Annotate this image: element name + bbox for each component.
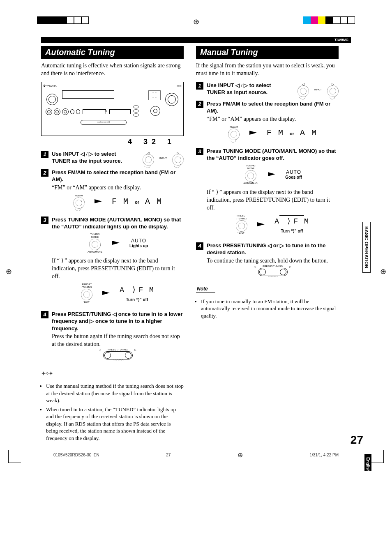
tri-icons: ◁ / ▷ bbox=[235, 82, 248, 88]
footer-center: 27 bbox=[166, 453, 171, 457]
input-label: INPUT bbox=[314, 88, 322, 91]
callout-4: 4 bbox=[128, 138, 132, 146]
t: Press PRESET/TUNING bbox=[207, 242, 267, 249]
disp-colon: ⟩ bbox=[287, 216, 292, 226]
auto-step-3: 3 Press TUNING MODE (AUTO/MAN'L MONO) so… bbox=[41, 216, 184, 307]
input-right-icon bbox=[327, 85, 339, 97]
step-subtext: If “ ⟩ ” appears on the display next to … bbox=[52, 257, 184, 281]
automatic-title: Automatic Tuning bbox=[41, 46, 184, 59]
step-number-icon: 1 bbox=[196, 82, 203, 90]
preset-label: PRESET/TUNING bbox=[108, 348, 128, 351]
cap: ” off bbox=[140, 297, 148, 302]
automatic-tuning-section: Automatic Tuning Automatic tuning is eff… bbox=[41, 44, 184, 447]
lbl: PRESET bbox=[82, 283, 92, 286]
auto-step-2: 2 Press FM/AM to select the reception ba… bbox=[41, 169, 184, 213]
step-number-icon: 2 bbox=[196, 101, 203, 108]
input-left-icon bbox=[143, 154, 154, 166]
cap: Turn “ bbox=[126, 297, 138, 302]
section-tag: TUNING bbox=[334, 37, 349, 43]
disp-band: F M bbox=[138, 286, 154, 294]
tri-right-icon: ▷ bbox=[280, 242, 284, 249]
step-subtext: To continue the tuning search, hold down… bbox=[207, 257, 339, 265]
tip-item: When tuned in to a station, the “TUNED” … bbox=[46, 406, 184, 442]
tip-icon bbox=[41, 371, 52, 377]
auto-indicator-text: AUTO bbox=[129, 238, 148, 244]
arrow-right-icon bbox=[95, 199, 102, 203]
lbl: TUNING bbox=[246, 164, 256, 167]
side-tab-basic-operation: BASIC OPERATION bbox=[362, 222, 371, 273]
disp-a: A bbox=[120, 286, 125, 294]
tips-section: Use the manual tuning method if the tuni… bbox=[41, 370, 184, 442]
reg-right-swatches bbox=[303, 16, 355, 24]
receiver-illustration: ⦿ YAMAHA▭▭ bbox=[41, 82, 184, 136]
manual-intro: If the signal from the station you want … bbox=[196, 62, 339, 78]
cap: Turn “ bbox=[281, 229, 293, 233]
cap: ” off bbox=[295, 229, 303, 233]
disp-a: A bbox=[274, 217, 280, 226]
lbl: /TUNING bbox=[82, 286, 92, 288]
callout-1: 1 bbox=[167, 138, 171, 146]
lbl: TUNING bbox=[90, 233, 99, 235]
seg-am: A M bbox=[300, 128, 317, 138]
goes-off-caption: Goes off bbox=[285, 175, 302, 180]
manual-tuning-section: Manual Tuning If the signal from the sta… bbox=[196, 44, 351, 447]
crop-mark-icon bbox=[8, 450, 21, 463]
step-number-icon: 1 bbox=[41, 151, 48, 158]
arrow-right-icon bbox=[268, 172, 275, 176]
callout-3: 3 bbox=[143, 138, 148, 146]
crosshair-icon: ⊕ bbox=[6, 267, 12, 276]
man-step-3: 3 Press TUNING MODE (AUTO/MAN'L MONO) so… bbox=[196, 147, 339, 239]
tri-left-icon: ◁ bbox=[113, 311, 117, 317]
page-number: 27 bbox=[350, 433, 363, 447]
man-step-1: 1 Use INPUT ◁ / ▷ to select TUNER as inp… bbox=[196, 82, 339, 97]
crosshair-icon: ⊕ bbox=[238, 451, 243, 459]
seg-fm: F M bbox=[112, 197, 129, 206]
fmam-button-icon bbox=[73, 197, 85, 209]
crop-mark-icon bbox=[371, 450, 384, 463]
step-number-icon: 2 bbox=[41, 169, 48, 177]
crosshair-icon: ⊕ bbox=[380, 267, 386, 276]
preset-edit-icon bbox=[81, 289, 92, 300]
preset-edit-icon bbox=[236, 220, 247, 232]
fmam-label: FM/AM bbox=[75, 194, 83, 197]
t: Use INPUT bbox=[207, 82, 235, 88]
arrow-right-icon bbox=[102, 291, 110, 295]
seg-or: or bbox=[290, 131, 294, 136]
tri-left-icon: ◁ bbox=[267, 242, 272, 249]
footer: 0105V520RDS26-30_EN 27 ⊕ 1/31/1, 4:22 PM bbox=[21, 447, 371, 459]
input-buttons-figure: ◁ INPUT ▷ bbox=[143, 150, 184, 166]
arrow-right-icon bbox=[257, 222, 265, 226]
tip-item: Use the manual tuning method if the tuni… bbox=[46, 382, 184, 404]
tuning-mode-icon bbox=[245, 170, 256, 182]
preset-tuning-figure: ◁ PRESET/TUNING ▷ ﹋﹋﹋ bbox=[207, 265, 339, 281]
preset-label: PRESET/TUNING bbox=[263, 265, 283, 267]
side-tab-english: English bbox=[364, 454, 371, 471]
step-heading: Press FM/AM to select the reception band… bbox=[207, 100, 339, 115]
lbl: MODE bbox=[247, 167, 254, 170]
callout-2: 2 bbox=[152, 138, 156, 146]
step-number-icon: 3 bbox=[41, 216, 48, 224]
auto-step-4: 4 Press PRESET/TUNING ◁ once to tune in … bbox=[41, 311, 184, 364]
lbl: MODE bbox=[91, 236, 99, 238]
input-right-icon bbox=[172, 154, 184, 166]
fmam-label: FM/AM bbox=[230, 126, 238, 128]
footer-right: 1/31/1, 4:22 PM bbox=[309, 453, 339, 457]
input-left-icon bbox=[297, 85, 309, 97]
tri-right-icon: ▷ bbox=[90, 318, 94, 324]
note-section: Note If you tune in manually to an FM st… bbox=[196, 283, 339, 320]
display-figure: A ⟩ F M Turn “⟩” off bbox=[120, 284, 154, 302]
lbl: /TUNING bbox=[237, 217, 247, 220]
step-subtext: “FM” or “AM” appears on the display. bbox=[52, 184, 184, 192]
disp-band: F M bbox=[293, 217, 309, 226]
text: Use INPUT bbox=[52, 151, 81, 157]
device-callouts: 4 3 2 1 bbox=[41, 138, 184, 146]
seg-or: or bbox=[135, 200, 139, 205]
t: or bbox=[272, 242, 280, 249]
man-step-2: 2 Press FM/AM to select the reception ba… bbox=[196, 100, 339, 144]
preset-tuning-figure: ◁ PRESET/TUNING ▷ ﹋﹋﹋ bbox=[52, 348, 184, 364]
crosshair-icon: ⊕ bbox=[193, 18, 199, 25]
manual-title: Manual Tuning bbox=[196, 46, 339, 59]
note-item: If you tune in manually to an FM station… bbox=[201, 298, 339, 320]
auto-indicator-text: AUTO bbox=[285, 169, 302, 175]
step-heading: Press TUNING MODE (AUTO/MAN'L MONO) so t… bbox=[207, 147, 339, 162]
